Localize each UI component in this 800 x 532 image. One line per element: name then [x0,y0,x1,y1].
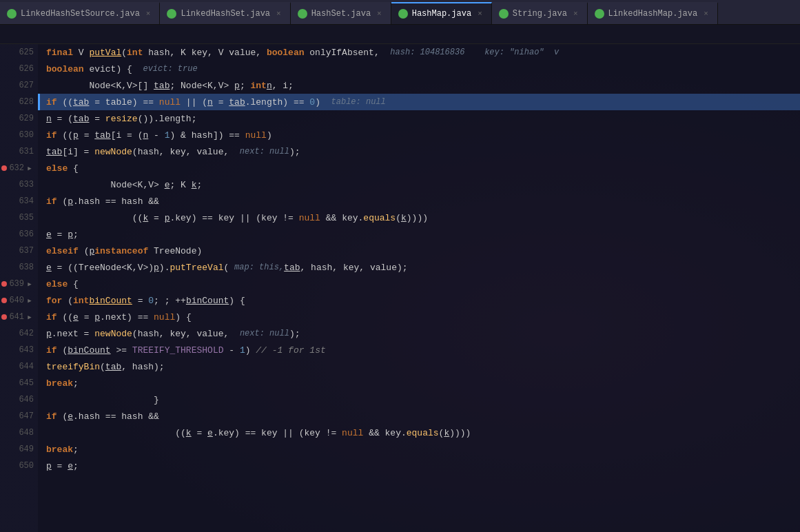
gutter-row-637: 637 [0,243,38,259]
line-number: 625 [14,48,34,57]
tab-close-icon[interactable]: × [701,9,710,19]
tab-LinkedHashMap-java[interactable]: LinkedHashMap.java × [588,2,718,24]
line-number: 630 [14,130,34,140]
gutter-row-628: 628 [0,94,38,110]
line-number: 644 [14,362,34,371]
code-line-642: p.next = newNode(hash, key, value, next:… [38,325,800,342]
line-number: 634 [14,196,34,206]
gutter-row-629: 629 [0,110,38,127]
gutter-row-630: 630 [0,127,38,143]
line-number: 632 [5,163,24,173]
line-number: 645 [14,378,34,388]
code-line-640: for (int binCount = 0; ; ++binCount) { [38,292,800,309]
gutter-row-650: 650 [0,458,38,474]
tab-LinkedHashSetSource-java[interactable]: LinkedHashSetSource.java × [0,2,160,24]
code-line-630: if ((p = tab[i = (n - 1) & hash]) == nul… [38,127,800,143]
tab-close-icon[interactable]: × [375,9,384,19]
gutter-row-639: 639▶ [0,276,38,292]
gutter-row-631: 631 [0,143,38,160]
line-number: 636 [14,229,34,239]
code-line-632: else { [38,160,800,176]
fold-icon[interactable]: ▶ [25,165,34,172]
gutter-row-647: 647 [0,408,38,424]
tab-HashMap-java[interactable]: HashMap.java × [391,2,492,24]
code-line-648: ((k = e.key) == key || (key != null && k… [38,424,800,441]
code-line-638: e = ((TreeNode<K,V>)p).putTreeVal( map: … [38,259,800,276]
code-line-649: break; [38,441,800,458]
line-number: 646 [14,395,34,405]
gutter-row-645: 645 [0,375,38,391]
code-line-631: tab[i] = newNode(hash, key, value, next:… [38,143,800,160]
line-number: 631 [14,147,34,156]
tab-HashSet-java[interactable]: HashSet.java × [291,2,391,24]
gutter-row-635: 635 [0,209,38,226]
gutter-row-632: 632▶ [0,160,38,176]
tab-close-icon[interactable]: × [571,9,580,19]
breakpoint-dot[interactable] [1,314,7,320]
tab-close-icon[interactable]: × [274,9,283,19]
gutter-row-627: 627 [0,77,38,94]
code-line-637: else if (p instanceof TreeNode) [38,243,800,259]
code-line-636: e = p; [38,226,800,243]
code-line-643: if (binCount >= TREEIFY_THRESHOLD - 1) /… [38,342,800,358]
gutter-row-638: 638 [0,259,38,276]
line-number: 629 [14,114,34,123]
fold-icon[interactable]: ▶ [25,297,34,305]
line-gutter: 625626627628629630631632▶633634635636637… [0,44,38,532]
line-number: 640 [5,296,24,305]
line-number: 626 [14,64,34,74]
gutter-row-644: 644 [0,358,38,375]
code-line-647: if (e.hash == hash && [38,408,800,424]
gutter-row-633: 633 [0,176,38,193]
tab-close-icon[interactable]: × [475,9,484,19]
code-line-635: ((k = p.key) == key || (key != null && k… [38,209,800,226]
line-number: 641 [5,312,24,322]
tab-bar: LinkedHashSetSource.java × LinkedHashSet… [0,0,800,25]
breakpoint-dot[interactable] [1,298,7,303]
code-line-629: n = (tab = resize()).length; [38,110,800,127]
line-number: 649 [14,444,34,454]
tab-label: HashSet.java [311,9,371,19]
gutter-row-636: 636 [0,226,38,243]
breakpoint-dot[interactable] [1,165,7,171]
gutter-row-626: 626 [0,61,38,77]
code-line-645: break; [38,375,800,391]
line-number: 628 [14,97,34,107]
tab-label: LinkedHashSetSource.java [21,9,140,19]
code-area[interactable]: final V putVal(int hash, K key, V value,… [38,44,800,532]
line-number: 639 [5,279,24,289]
tab-LinkedHashSet-java[interactable]: LinkedHashSet.java × [160,2,290,24]
code-line-644: treeifyBin(tab, hash); [38,358,800,375]
gutter-row-648: 648 [0,424,38,441]
editor-container: 625626627628629630631632▶633634635636637… [0,25,800,532]
code-line-650: p = e; [38,458,800,474]
gutter-row-641: 641▶ [0,309,38,325]
debug-header [0,25,800,44]
tab-label: HashMap.java [412,9,471,19]
tab-label: LinkedHashMap.java [608,9,698,19]
code-line-634: if (p.hash == hash && [38,193,800,209]
fold-icon[interactable]: ▶ [25,280,34,288]
tab-close-icon[interactable]: × [144,9,153,19]
gutter-row-642: 642 [0,325,38,342]
code-line-639: else { [38,276,800,292]
code-line-646: } [38,391,800,408]
breakpoint-dot[interactable] [1,281,7,287]
line-number: 643 [14,345,34,355]
line-number: 637 [14,246,34,256]
fold-icon[interactable]: ▶ [25,314,34,321]
line-number: 635 [14,213,34,223]
tab-String-java[interactable]: String.java × [492,2,588,24]
gutter-row-646: 646 [0,391,38,408]
code-line-641: if ((e = p.next) == null) { [38,309,800,325]
gutter-row-634: 634 [0,193,38,209]
line-number: 633 [14,180,34,190]
line-number: 650 [14,461,34,471]
code-line-627: Node<K,V>[] tab; Node<K,V> p; int n, i; [38,77,800,94]
line-number: 642 [14,329,34,338]
line-number: 647 [14,411,34,421]
code-editor-body: 625626627628629630631632▶633634635636637… [0,44,800,532]
line-number: 638 [14,263,34,272]
line-number: 648 [14,428,34,438]
gutter-row-643: 643 [0,342,38,358]
